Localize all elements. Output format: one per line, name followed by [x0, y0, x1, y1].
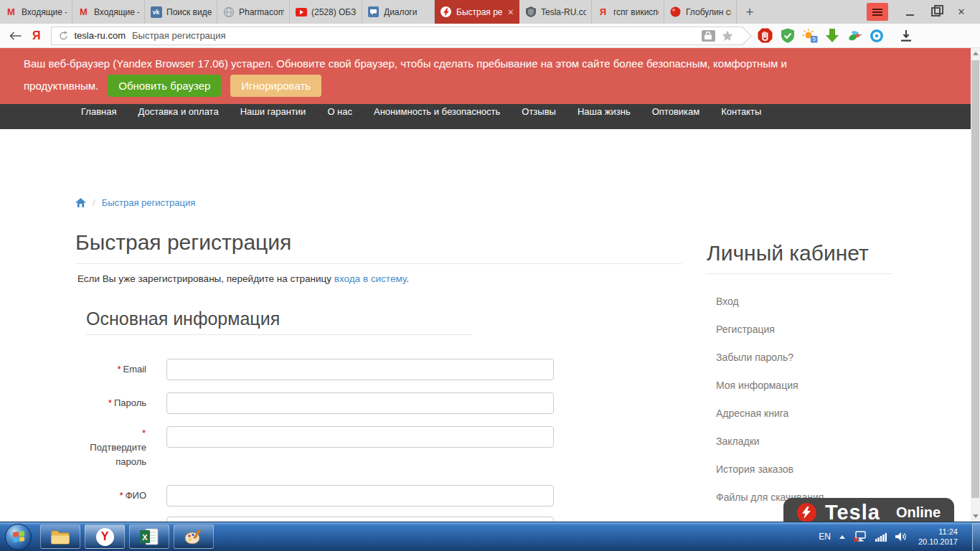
section-divider: [86, 334, 472, 335]
back-button[interactable]: [9, 32, 22, 40]
yandex-logo[interactable]: Я: [32, 29, 41, 42]
scrollbar-down-arrow[interactable]: [973, 511, 979, 522]
taskbar-yandex-button[interactable]: Y: [85, 524, 125, 549]
reload-icon[interactable]: [59, 31, 68, 41]
tab-youtube[interactable]: (2528) ОБЗОР: [290, 0, 362, 24]
required-mark: *: [117, 364, 121, 375]
show-desktop-button[interactable]: [972, 523, 980, 551]
gmail-icon: M: [5, 6, 17, 18]
tray-expand-icon[interactable]: [839, 535, 845, 539]
adblock-icon[interactable]: [758, 28, 773, 44]
new-tab-button[interactable]: +: [737, 0, 763, 24]
minimize-button[interactable]: [897, 0, 923, 24]
address-bar[interactable]: tesla-ru.com Быстрая регистрация: [51, 27, 743, 45]
outdated-browser-banner: Ваш веб-браузер (Yandex Browser 17.06) у…: [0, 48, 971, 104]
sidebar-item-bookmarks[interactable]: Закладки: [707, 427, 892, 455]
taskbar-paint-button[interactable]: [174, 524, 214, 549]
sidebar-item-address-book[interactable]: Адресная книга: [707, 399, 892, 427]
update-browser-button[interactable]: Обновить браузер: [108, 75, 221, 97]
fullname-label-text: ФИО: [126, 490, 146, 501]
network-error-icon[interactable]: [854, 531, 867, 542]
tab-tesla-ru[interactable]: Tesla-RU.com.: [519, 0, 592, 24]
globe-icon: [222, 6, 235, 18]
shield-check-icon[interactable]: [780, 28, 796, 44]
tab-registration-active[interactable]: Быстрая ре ×: [435, 0, 519, 24]
tab-title: (2528) ОБЗОР: [311, 7, 357, 17]
scrollbar-thumb[interactable]: [971, 60, 979, 498]
sidebar-item-my-info[interactable]: Моя информация: [707, 371, 892, 399]
tab-vk-video[interactable]: vk Поиск видеоз: [145, 0, 217, 24]
download-icon[interactable]: [900, 29, 912, 42]
tab-title: Pharmacom La: [239, 7, 284, 17]
sidebar-item-order-history[interactable]: История заказов: [707, 455, 892, 483]
tab-pharmacom[interactable]: Pharmacom La: [217, 0, 290, 24]
nav-item-our-life[interactable]: Наша жизнь: [578, 106, 631, 118]
taskbar-explorer-button[interactable]: [40, 524, 80, 549]
savefrom-arrow-icon[interactable]: [824, 28, 840, 44]
tab-title: Диалоги: [384, 7, 429, 17]
confirm-password-label: *Подтвердите пароль: [75, 426, 146, 469]
tab-yandex-search[interactable]: Я гспг викиспор: [592, 0, 664, 24]
form-row-confirm-password: *Подтвердите пароль: [75, 426, 682, 469]
ignore-button[interactable]: Игнорировать: [230, 75, 321, 97]
nav-item-wholesale[interactable]: Оптовикам: [652, 106, 700, 118]
sidebar-item-register[interactable]: Регистрация: [707, 315, 892, 343]
vk-icon: vk: [150, 6, 162, 18]
nav-item-about[interactable]: О нас: [327, 106, 352, 118]
home-icon[interactable]: [75, 198, 86, 207]
disk-icon[interactable]: [869, 28, 885, 44]
scrollbar-up-arrow[interactable]: [973, 48, 979, 59]
title-divider: [75, 263, 682, 264]
page-scrollbar[interactable]: [971, 48, 980, 522]
language-indicator[interactable]: EN: [819, 532, 831, 542]
breadcrumb-link[interactable]: Быстрая регистрация: [102, 197, 196, 208]
tab-inbox-2[interactable]: M Входящие - sp: [72, 0, 145, 24]
sidebar-item-forgot-password[interactable]: Забыли пароль?: [707, 343, 892, 371]
confirm-password-field[interactable]: [166, 426, 554, 448]
fullname-label: *ФИО: [75, 489, 146, 503]
extensions-area: 5: [758, 28, 885, 44]
tab-close-icon[interactable]: ×: [508, 6, 514, 18]
weather-icon[interactable]: 5: [802, 28, 818, 44]
form-row-fullname: *ФИО: [75, 485, 682, 507]
signal-bars-icon[interactable]: [875, 532, 887, 542]
nav-item-anonymity[interactable]: Анонимность и безопасность: [374, 106, 500, 118]
login-link[interactable]: входа в систему: [334, 273, 406, 284]
tab-globulin[interactable]: Глобулин свя: [664, 0, 737, 24]
password-label-text: Пароль: [114, 397, 146, 408]
sidebar-title: Личный кабинет: [707, 241, 869, 265]
email-label-text: Email: [123, 364, 146, 375]
tab-title: Входящие - sp: [94, 7, 139, 17]
nav-item-home[interactable]: Главная: [81, 106, 116, 118]
email-field[interactable]: [166, 359, 554, 380]
password-field[interactable]: [166, 392, 554, 414]
tab-dialogs[interactable]: Диалоги: [362, 0, 435, 24]
red-ball-icon: [669, 6, 682, 18]
form-row-email: *Email: [75, 359, 682, 380]
svg-text:X: X: [142, 533, 148, 542]
taskbar-excel-button[interactable]: X: [129, 524, 169, 549]
tab-title: Поиск видеоз: [166, 7, 212, 17]
tesla-favicon: [440, 6, 452, 18]
lock-icon[interactable]: [702, 30, 715, 42]
nav-item-contacts[interactable]: Контакты: [721, 106, 761, 118]
bookmark-star-icon[interactable]: [722, 30, 733, 42]
taskbar-clock[interactable]: 11:24 20.10.2017: [918, 527, 958, 547]
folder-icon: [50, 529, 71, 545]
banner-text-line2: продуктивным.: [24, 80, 98, 92]
start-button[interactable]: [5, 524, 32, 550]
svg-text:5: 5: [812, 36, 816, 42]
gmail-icon: M: [77, 6, 90, 18]
browser-menu-button[interactable]: [867, 3, 888, 21]
fullname-field[interactable]: [166, 485, 554, 507]
nav-item-reviews[interactable]: Отзывы: [522, 106, 556, 118]
restore-button[interactable]: [923, 0, 948, 24]
nav-item-guarantees[interactable]: Наши гарантии: [240, 106, 306, 118]
restore-icon: [931, 7, 941, 17]
hummingbird-icon[interactable]: [847, 28, 862, 44]
tab-inbox-1[interactable]: M Входящие - ky: [0, 0, 72, 24]
nav-item-delivery[interactable]: Доставка и оплата: [138, 106, 218, 118]
sidebar-item-login[interactable]: Вход: [707, 287, 892, 315]
close-button[interactable]: ✕: [948, 0, 974, 24]
volume-icon[interactable]: [895, 532, 907, 542]
